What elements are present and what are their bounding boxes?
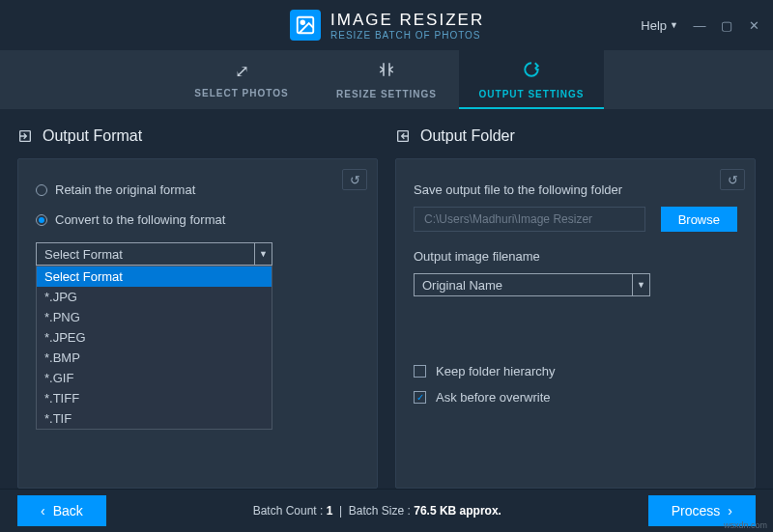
tabs-bar: ⤢ SELECT PHOTOS RESIZE SETTINGS OUTPUT S… — [0, 50, 773, 110]
panel-title: Output Folder — [420, 127, 515, 145]
batch-size-value: 76.5 KB approx. — [414, 504, 501, 518]
export-icon — [17, 128, 33, 144]
output-folder-panel: Output Folder ↺ Save output file to the … — [395, 127, 756, 489]
output-icon — [523, 61, 540, 83]
titlebar: IMAGE RESIZER RESIZE BATCH OF PHOTOS Hel… — [0, 0, 773, 50]
radio-label: Retain the original format — [55, 182, 195, 197]
checkbox-icon — [414, 365, 426, 378]
radio-convert-format[interactable]: Convert to the following format — [36, 212, 359, 227]
resize-icon — [378, 61, 395, 83]
app-title: IMAGE RESIZER — [330, 11, 484, 30]
dropdown-item[interactable]: *.JPG — [37, 287, 272, 307]
batch-info: Batch Count : 1 | Batch Size : 76.5 KB a… — [253, 504, 501, 518]
close-button[interactable]: ✕ — [742, 15, 765, 35]
browse-button[interactable]: Browse — [661, 207, 737, 232]
batch-count-label: Batch Count : — [253, 504, 324, 518]
svg-point-1 — [301, 20, 304, 24]
output-path-input[interactable]: C:\Users\Madhuri\Image Resizer — [414, 207, 645, 232]
expand-icon: ⤢ — [235, 61, 249, 82]
checkbox-ask-overwrite[interactable]: ✓ Ask before overwrite — [414, 390, 737, 405]
chevron-down-icon: ▼ — [670, 20, 678, 30]
app-subtitle: RESIZE BATCH OF PHOTOS — [330, 30, 484, 41]
dropdown-item[interactable]: *.TIFF — [37, 388, 272, 408]
maximize-button[interactable]: ▢ — [715, 15, 738, 35]
radio-retain-original[interactable]: Retain the original format — [36, 182, 359, 197]
dropdown-item[interactable]: Select Format — [37, 266, 272, 287]
output-format-heading: Output Format — [17, 127, 378, 145]
button-label: Back — [53, 503, 83, 518]
dropdown-item[interactable]: *.TIF — [37, 408, 272, 429]
batch-count-value: 1 — [327, 504, 333, 518]
dropdown-item[interactable]: *.PNG — [37, 307, 272, 327]
back-button[interactable]: ‹ Back — [17, 495, 106, 526]
app-logo-icon — [290, 10, 321, 41]
select-value: Select Format — [44, 247, 123, 262]
select-value: Original Name — [422, 278, 502, 293]
radio-icon — [36, 214, 47, 226]
watermark: wsxdn.com — [724, 520, 767, 530]
checkbox-icon: ✓ — [414, 391, 426, 404]
tab-label: OUTPUT SETTINGS — [479, 89, 585, 99]
content-area: Output Format ↺ Retain the original form… — [0, 110, 773, 489]
output-folder-heading: Output Folder — [395, 127, 756, 145]
tab-label: SELECT PHOTOS — [194, 88, 288, 98]
filename-label: Output image filename — [414, 249, 737, 264]
logo-block: IMAGE RESIZER RESIZE BATCH OF PHOTOS — [290, 10, 484, 41]
format-select[interactable]: Select Format ▼ Select Format *.JPG *.PN… — [36, 242, 272, 266]
help-label: Help — [641, 18, 667, 33]
save-path-label: Save output file to the following folder — [414, 182, 737, 197]
chevron-left-icon: ‹ — [41, 503, 45, 518]
help-menu[interactable]: Help ▼ — [635, 14, 684, 37]
tab-select-photos[interactable]: ⤢ SELECT PHOTOS — [169, 50, 314, 109]
folder-export-icon — [395, 128, 411, 144]
dropdown-item[interactable]: *.JPEG — [37, 327, 272, 348]
checkbox-keep-hierarchy[interactable]: Keep folder hierarchy — [414, 364, 737, 378]
chevron-right-icon: › — [728, 503, 732, 518]
batch-size-label: Batch Size : — [349, 504, 411, 518]
checkbox-label: Ask before overwrite — [436, 390, 551, 405]
filename-select[interactable]: Original Name ▼ — [414, 273, 650, 296]
panel-title: Output Format — [43, 127, 142, 145]
radio-icon — [36, 184, 47, 196]
minimize-button[interactable]: — — [688, 15, 711, 35]
tab-output-settings[interactable]: OUTPUT SETTINGS — [459, 50, 604, 109]
dropdown-item[interactable]: *.GIF — [37, 368, 272, 388]
chevron-down-icon: ▼ — [632, 274, 649, 295]
dropdown-item[interactable]: *.BMP — [37, 348, 272, 368]
chevron-down-icon: ▼ — [254, 243, 272, 265]
output-format-panel: Output Format ↺ Retain the original form… — [17, 127, 378, 489]
checkbox-label: Keep folder hierarchy — [436, 364, 556, 378]
radio-label: Convert to the following format — [55, 212, 225, 227]
tab-label: RESIZE SETTINGS — [336, 89, 437, 99]
format-dropdown: Select Format *.JPG *.PNG *.JPEG *.BMP *… — [36, 266, 272, 430]
button-label: Process — [672, 503, 721, 518]
reset-format-button[interactable]: ↺ — [342, 169, 367, 190]
reset-folder-button[interactable]: ↺ — [720, 169, 745, 190]
footer-bar: ‹ Back Batch Count : 1 | Batch Size : 76… — [0, 489, 773, 531]
tab-resize-settings[interactable]: RESIZE SETTINGS — [314, 50, 459, 109]
